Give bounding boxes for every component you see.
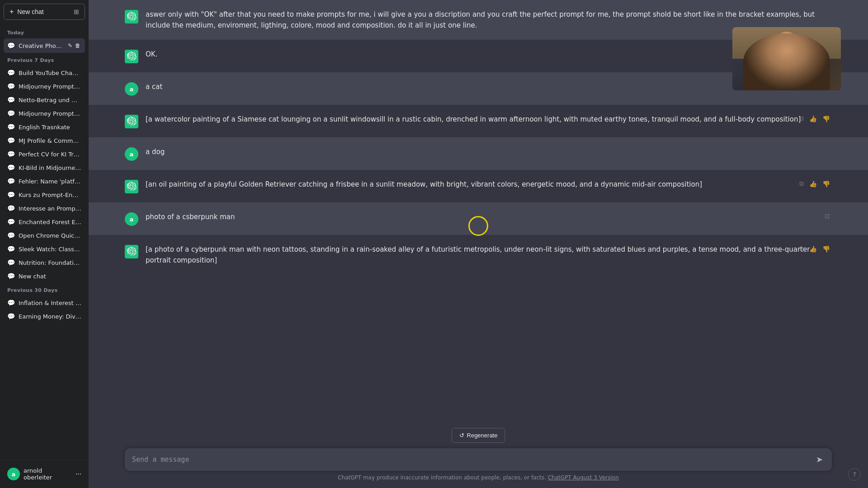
regenerate-button[interactable]: ↺ Regenerate xyxy=(452,428,505,443)
sidebar-item-active[interactable]: 💬 Creative Photography P ✎ 🗑 xyxy=(4,38,85,53)
user-avatar: a xyxy=(7,468,20,480)
chat-item-label: MJ Profile & Community Serv... xyxy=(19,137,81,144)
sidebar-item[interactable]: 💬Interesse an Prompt Engineer... xyxy=(4,202,85,215)
message-input-row: ➤ xyxy=(125,448,832,471)
chat-item-label: Interesse an Prompt Engineer... xyxy=(19,205,81,212)
sidebar-item[interactable]: 💬Midjourney Prompts & Examp... xyxy=(4,80,85,93)
disclaimer: ChatGPT may produce inaccurate informati… xyxy=(125,471,832,486)
thumbdown-button[interactable]: 👎 xyxy=(821,114,832,123)
ai-avatar xyxy=(125,115,138,128)
chat-icon: 💬 xyxy=(7,69,15,76)
thumbdown-button[interactable]: 👎 xyxy=(821,179,832,188)
chat-item-label: Midjourney Prompts & Examp... xyxy=(19,83,81,90)
layout-icon: ⊞ xyxy=(74,8,79,15)
thumbup-button[interactable]: 👍 xyxy=(807,114,819,123)
sidebar-item[interactable]: 💬Inflation & Interest Rates xyxy=(4,296,85,310)
thumbup-button[interactable]: 👍 xyxy=(807,244,819,253)
sidebar-item[interactable]: 💬Sleek Watch: Classic Elegance... xyxy=(4,242,85,256)
copy-message-button[interactable]: ⧉ xyxy=(797,179,806,188)
ai-avatar xyxy=(125,50,138,63)
message-input[interactable] xyxy=(132,455,811,465)
chat-item-label: English Trasnkate xyxy=(19,124,81,131)
sidebar-item[interactable]: 💬New chat xyxy=(4,269,85,283)
message-text: OK. xyxy=(146,49,832,60)
regenerate-row: ↺ Regenerate xyxy=(125,428,832,443)
chat-item-label: New chat xyxy=(19,273,81,280)
sidebar-item[interactable]: 💬Open Chrome Quickly xyxy=(4,229,85,242)
chat-item-label: Inflation & Interest Rates xyxy=(19,300,81,306)
user-profile-row[interactable]: a arnold oberleiter ··· xyxy=(4,464,85,484)
chat-item-label: Open Chrome Quickly xyxy=(19,232,81,239)
openai-logo-icon xyxy=(127,117,137,127)
copy-message-button[interactable]: ⧉ xyxy=(797,244,806,253)
sidebar-top: + New chat ⊞ xyxy=(0,0,89,25)
sidebar-item[interactable]: 💬English Trasnkate xyxy=(4,120,85,134)
chat-icon: 💬 xyxy=(7,259,15,266)
sidebar-item[interactable]: 💬Fehler: Name 'platform' unde... xyxy=(4,174,85,188)
message-actions: ⊡ xyxy=(823,211,832,221)
regenerate-label: Regenerate xyxy=(467,432,498,439)
ai-avatar xyxy=(125,10,138,23)
chat-item-label: Nutrition: Foundation of Healt... xyxy=(19,259,81,266)
chat-item-label: Fehler: Name 'platform' unde... xyxy=(19,178,81,185)
send-button[interactable]: ➤ xyxy=(814,453,825,466)
sidebar-item[interactable]: 💬Nutrition: Foundation of Healt... xyxy=(4,256,85,269)
message-actions: ⧉ 👍 👎 xyxy=(797,179,832,188)
message-text: [an oil painting of a playful Golden Ret… xyxy=(146,179,832,190)
sidebar-item[interactable]: 💬MJ Profile & Community Serv... xyxy=(4,134,85,147)
copy-message-button[interactable]: ⧉ xyxy=(797,114,806,123)
message-row: [a watercolor painting of a Siamese cat … xyxy=(89,105,868,137)
thumbup-button[interactable]: 👍 xyxy=(807,179,819,188)
sidebar-item[interactable]: 💬Build YouTube Channel: 100k! xyxy=(4,66,85,80)
today-section-label: Today xyxy=(4,25,85,38)
sidebar-bottom: a arnold oberleiter ··· xyxy=(0,460,89,488)
message-text: [a photo of a cyberpunk man with neon ta… xyxy=(146,244,832,266)
sidebar-item[interactable]: 💬KI-Bild in Midjourney erstelle... xyxy=(4,161,85,174)
chat-icon: 💬 xyxy=(7,272,15,280)
edit-message-button[interactable]: ⊡ xyxy=(823,211,832,221)
message-row: [an oil painting of a playful Golden Ret… xyxy=(89,170,868,202)
sidebar-item[interactable]: 💬Kurs zu Prompt-Engineering xyxy=(4,188,85,202)
chat-item-label: Perfect CV for KI Trainer xyxy=(19,151,81,158)
chat-icon: 💬 xyxy=(7,137,15,144)
ai-avatar xyxy=(125,245,138,258)
chat-item-label: Sleek Watch: Classic Elegance... xyxy=(19,246,81,253)
user-menu-button[interactable]: ··· xyxy=(75,470,81,478)
thumbdown-button[interactable]: 👎 xyxy=(821,244,832,253)
sidebar-item[interactable]: 💬Enchanted Forest Exploration... xyxy=(4,215,85,229)
message-text: aswer only with "OK" after that you need… xyxy=(146,9,832,31)
sidebar-item[interactable]: 💬Perfect CV for KI Trainer xyxy=(4,147,85,161)
prev30-section-label: Previous 30 Days xyxy=(4,283,85,296)
user-avatar: a xyxy=(125,82,138,96)
message-text: photo of a csberpunk man xyxy=(146,211,832,222)
plus-icon: + xyxy=(9,8,14,16)
message-row: a photo of a csberpunk man ⊡ xyxy=(89,202,868,235)
message-text: [a watercolor painting of a Siamese cat … xyxy=(146,114,832,125)
disclaimer-link[interactable]: ChatGPT August 3 Version xyxy=(548,474,619,481)
sidebar-item[interactable]: 💬Earning Money: Diverse Ways... xyxy=(4,310,85,323)
sidebar-item[interactable]: 💬Netto-Betrag und Umsatzsteu... xyxy=(4,93,85,107)
user-avatar: a xyxy=(125,212,138,226)
sidebar-item[interactable]: 💬Midjourney Prompt Examples... xyxy=(4,107,85,120)
openai-logo-icon xyxy=(127,182,137,192)
chat-icon: 💬 xyxy=(7,83,15,90)
message-text: a dog xyxy=(146,146,832,157)
new-chat-button[interactable]: + New chat ⊞ xyxy=(4,4,85,20)
chat-icon: 💬 xyxy=(7,232,15,239)
chat-icon: 💬 xyxy=(7,123,15,131)
openai-logo-icon xyxy=(127,52,137,61)
ai-avatar xyxy=(125,180,138,193)
delete-chat-button[interactable]: 🗑 xyxy=(74,42,81,50)
user-name-label: arnold oberleiter xyxy=(24,467,72,481)
help-button[interactable]: ? xyxy=(848,468,861,481)
message-actions: ⧉ 👍 👎 xyxy=(797,244,832,253)
sidebar-list: Today 💬 Creative Photography P ✎ 🗑 Previ… xyxy=(0,25,89,460)
prev7-section-label: Previous 7 Days xyxy=(4,53,85,66)
openai-logo-icon xyxy=(127,247,137,257)
regen-icon: ↺ xyxy=(459,432,464,439)
chat-item-label: KI-Bild in Midjourney erstelle... xyxy=(19,164,81,171)
message-row: [a photo of a cyberpunk man with neon ta… xyxy=(89,235,868,275)
edit-chat-button[interactable]: ✎ xyxy=(67,42,73,50)
chat-item-label: Netto-Betrag und Umsatzsteu... xyxy=(19,97,81,103)
chat-item-label: Enchanted Forest Exploration... xyxy=(19,219,81,225)
